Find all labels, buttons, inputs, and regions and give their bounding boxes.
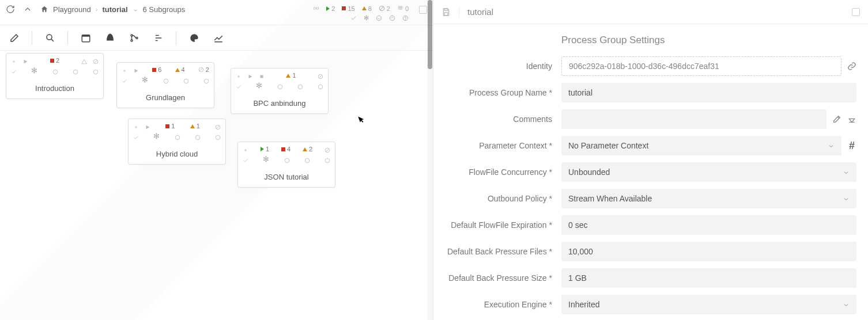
row-bp-files: Default Back Pressure Files 10,000 [445,242,856,261]
card-invalid: 1 [292,72,296,79]
save-icon[interactable] [441,7,451,17]
stop-icon [165,124,169,128]
status-running: 2 [331,5,335,12]
chevron-down-icon [843,301,850,308]
down-circle-icon [284,157,290,162]
label-concurrency: FlowFile Concurrency [445,167,552,177]
svg-point-10 [47,35,52,40]
warning-icon [286,74,290,78]
chevron-down-icon [828,142,835,149]
separator [459,6,459,18]
collapse-up-icon[interactable] [23,5,32,14]
row-comments: Comments [445,109,856,129]
breadcrumb: Playground › tutorial 6 Subgroups [40,5,185,14]
svg-point-47 [175,135,180,140]
svg-point-32 [164,79,168,83]
process-group-card[interactable]: 1 1 ✻ Hybrid cloud [128,119,226,165]
svg-point-48 [195,135,200,140]
scrollbar-thumb[interactable] [428,0,432,69]
stop-icon [259,73,265,78]
expiration-input[interactable]: 0 sec [561,215,856,235]
question-circle-icon [318,83,323,89]
chevron-down-icon[interactable] [133,6,138,12]
mouse-cursor [357,115,365,124]
stop-icon [281,147,285,151]
svg-point-34 [204,79,209,83]
identity-value: 906c292a-018b-1000-d36c-496dcc7eaf31 [569,62,719,71]
process-group-card[interactable]: 1 ✻ BPC anbindung [231,68,329,114]
expand-canvas-button[interactable] [419,6,427,14]
outbound-value: Stream When Available [568,194,652,203]
process-group-card[interactable]: 1 4 2 ✻ JSON tutorial [237,142,335,188]
canvas[interactable]: 2 ✻ Introduction [0,49,427,320]
check-icon [122,77,127,83]
breadcrumb-root[interactable]: Playground [53,5,91,14]
snowflake-icon: ✻ [256,81,262,90]
process-group-card[interactable]: 6 4 2 ✻ Grundlagen [116,62,214,108]
up-circle-icon [195,134,201,139]
warning-icon [362,6,367,10]
version-tool[interactable] [122,28,146,48]
card-invalid: 1 [197,123,200,129]
snowflake-icon: ✻ [153,132,160,140]
stop-icon [342,6,346,10]
svg-point-53 [285,158,289,163]
expiration-value: 0 sec [568,220,587,230]
zoom-tool[interactable] [38,28,62,48]
svg-point-7 [390,16,394,20]
card-disabled: 2 [206,66,209,73]
warning-icon [190,124,195,128]
play-icon [261,147,264,151]
stats-tool[interactable] [206,28,231,48]
services-tool[interactable] [98,28,122,48]
edit-tool[interactable] [2,28,27,48]
check-icon [243,157,248,162]
card-running: 1 [266,146,269,153]
svg-marker-36 [249,75,252,79]
svg-point-25 [53,70,58,74]
name-input[interactable]: tutorial [561,83,856,102]
hash-icon[interactable]: # [847,141,856,150]
canvas-scrollbar[interactable] [427,0,433,320]
row-bp-size: Default Back Pressure Size 1 GB [445,268,856,288]
separator [62,28,74,48]
calendar-tool[interactable] [74,28,98,48]
check-icon [236,83,241,89]
warning-icon [81,58,87,63]
outbound-select[interactable]: Stream When Available [561,189,856,208]
home-icon[interactable] [40,5,48,13]
question-circle-icon [324,157,330,162]
param-ctx-select[interactable]: No Parameter Context [561,136,841,155]
align-tool[interactable] [146,28,171,48]
status-stopped: 15 [348,5,354,12]
svg-point-33 [184,79,188,83]
card-title: BPC anbindung [231,91,328,113]
maximize-button[interactable] [852,8,860,16]
name-value: tutorial [568,88,592,97]
row-expiration: Default FlowFile Expiration 0 sec [445,215,856,235]
breadcrumb-current[interactable]: tutorial [102,5,127,14]
bp-size-input[interactable]: 1 GB [561,268,856,288]
detail-header: tutorial [433,0,868,24]
card-title: Hybrid cloud [129,142,225,164]
comments-input[interactable] [561,109,827,129]
exec-engine-value: Inherited [568,300,599,309]
svg-point-14 [131,35,133,36]
concurrency-select[interactable]: Unbounded [561,162,856,182]
link-icon[interactable] [847,62,856,71]
refresh-icon[interactable] [6,5,15,14]
transmitting-icon [313,5,319,12]
svg-point-21 [13,61,15,63]
expand-editor-icon[interactable] [832,115,841,124]
exec-engine-select[interactable]: Inherited [561,295,856,314]
bp-files-input[interactable]: 10,000 [561,242,856,261]
transmitting-icon [122,67,127,73]
process-group-card[interactable]: 2 ✻ Introduction [6,53,104,99]
bp-size-value: 1 GB [568,273,587,283]
identity-field[interactable]: 906c292a-018b-1000-d36c-496dcc7eaf31 [561,56,841,76]
disabled-icon [379,5,385,12]
clear-icon[interactable] [847,115,856,124]
down-circle-icon [163,77,169,83]
palette-tool[interactable] [182,28,206,48]
top-bar: Playground › tutorial 6 Subgroups 2 15 8 [0,0,433,25]
